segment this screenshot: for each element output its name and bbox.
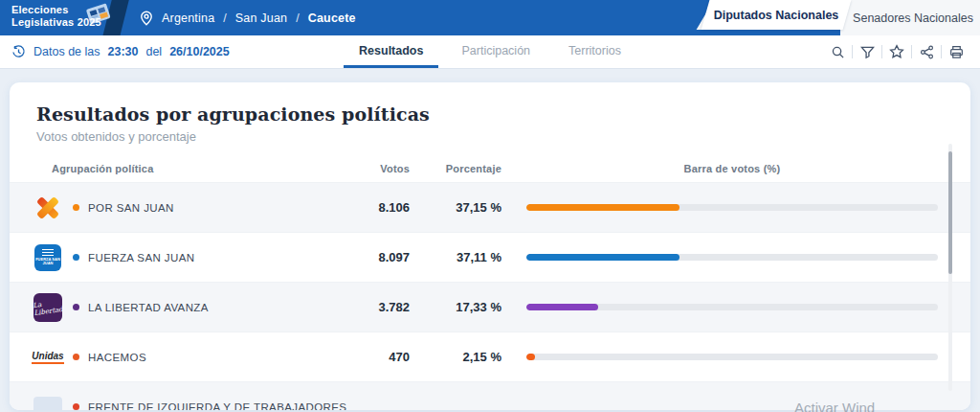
- location-pin-icon: [140, 11, 153, 26]
- results-rows: POR SAN JUAN 8.106 37,15 % FUERZA SAN JU…: [10, 182, 970, 410]
- vote-bar-track: [526, 254, 938, 261]
- share-icon[interactable]: [912, 41, 941, 62]
- table-row[interactable]: La Libertad LA LIBERTAD AVANZA 3.782 17,…: [10, 282, 970, 332]
- active-chamber-tab-underline: [632, 30, 840, 35]
- party-name: FRENTE DE IZQUIERDA Y DE TRABAJADORES: [88, 401, 346, 411]
- party-name-cell: POR SAN JUAN: [73, 202, 337, 214]
- filter-icon[interactable]: [853, 41, 881, 62]
- vote-bar-track: [526, 304, 938, 310]
- por-san-juan-x-logo: [33, 194, 62, 222]
- party-logo-cell: FUERZA SAN JUAN: [29, 244, 67, 271]
- percentage-value: 2,15 %: [410, 350, 501, 364]
- breadcrumb-separator: /: [296, 11, 299, 25]
- votes-value: 3.782: [337, 300, 410, 314]
- column-header-party: Agrupación política: [29, 163, 337, 174]
- star-icon[interactable]: [882, 41, 911, 62]
- breadcrumb-department[interactable]: Caucete: [308, 11, 356, 25]
- breadcrumb-country[interactable]: Argentina: [162, 11, 214, 25]
- votes-value: 470: [337, 350, 410, 364]
- vote-bar-track: [526, 204, 938, 211]
- top-header-bar: Elecciones Legislativas 2025: [0, 0, 980, 35]
- vote-bar-fill: [526, 304, 598, 310]
- party-name-cell: LA LIBERTAD AVANZA: [73, 302, 337, 313]
- percentage-value: 37,15 %: [410, 200, 501, 215]
- table-row[interactable]: FUERZA SAN JUAN FUERZA SAN JUAN 8.097 37…: [10, 232, 970, 282]
- windows-activation-watermark: Activar Wind: [794, 400, 875, 412]
- results-card: Resultados por agrupaciones políticas Vo…: [10, 82, 970, 410]
- card-header: Resultados por agrupaciones políticas Vo…: [10, 82, 970, 149]
- logo-line2: Legislativas 2025: [11, 16, 101, 29]
- elecciones-legislativas-logo[interactable]: Elecciones Legislativas 2025: [11, 4, 101, 29]
- hacemos-unidas-logo: Unidas: [32, 351, 63, 364]
- breadcrumb: Argentina / San Juan / Caucete: [140, 0, 356, 35]
- percentage-value: 37,11 %: [410, 250, 501, 264]
- party-name: LA LIBERTAD AVANZA: [88, 302, 209, 313]
- la-libertad-avanza-logo: La Libertad: [33, 293, 62, 322]
- party-name-cell: FRENTE DE IZQUIERDA Y DE TRABAJADORES: [73, 401, 337, 411]
- tab-territorios[interactable]: Territorios: [553, 35, 636, 68]
- party-bullet: [73, 204, 79, 211]
- party-bullet: [73, 304, 79, 310]
- party-logo-cell: [29, 397, 67, 411]
- party-name-cell: HACEMOS: [73, 352, 337, 363]
- sub-toolbar: Datos de las 23:30 del 26/10/2025 Result…: [0, 35, 980, 69]
- party-name: FUERZA SAN JUAN: [88, 252, 194, 263]
- column-header-votes: Votos: [337, 163, 410, 174]
- breadcrumb-province[interactable]: San Juan: [235, 11, 287, 25]
- vote-bar-fill: [526, 254, 679, 261]
- party-name: POR SAN JUAN: [88, 202, 174, 214]
- table-row[interactable]: POR SAN JUAN 8.106 37,15 %: [10, 182, 970, 232]
- tab-diputados-nacionales[interactable]: Diputados Nacionales: [705, 0, 847, 30]
- search-icon[interactable]: [823, 41, 852, 62]
- fit-logo-placeholder: [33, 397, 62, 411]
- toolbar-action-icons: [823, 35, 970, 68]
- party-logo-cell: Unidas: [29, 351, 67, 364]
- tab-resultados[interactable]: Resultados: [344, 35, 438, 68]
- elections-results-page: Elecciones Legislativas 2025: [0, 0, 980, 412]
- print-icon[interactable]: [942, 41, 970, 62]
- fuerza-san-juan-logo: FUERZA SAN JUAN: [34, 244, 61, 271]
- percentage-value: 17,33 %: [410, 300, 501, 314]
- votes-value: 8.097: [337, 250, 410, 264]
- party-bullet: [73, 403, 79, 410]
- party-bullet: [73, 354, 79, 360]
- party-name: HACEMOS: [88, 352, 146, 363]
- vote-bar-track: [526, 354, 938, 360]
- party-name-cell: FUERZA SAN JUAN: [73, 252, 337, 263]
- vote-bar-fill: [526, 354, 535, 360]
- logo-line1: Elecciones: [11, 4, 101, 16]
- party-logo-cell: La Libertad: [29, 293, 67, 322]
- table-row[interactable]: Unidas HACEMOS 470 2,15 %: [10, 332, 970, 381]
- party-logo-cell: [29, 194, 67, 222]
- tab-senadores-nacionales[interactable]: Senadores Nacionales: [850, 0, 976, 35]
- scrollbar-thumb[interactable]: [948, 151, 952, 274]
- results-table-header: Agrupación política Votos Porcentaje Bar…: [10, 149, 970, 182]
- page-title: Resultados por agrupaciones políticas: [36, 103, 944, 125]
- column-header-bar: Barra de votos (%): [526, 163, 938, 174]
- vote-bar-fill: [526, 204, 679, 211]
- tab-participacion[interactable]: Participación: [446, 35, 546, 68]
- breadcrumb-separator: /: [223, 11, 226, 25]
- tab-diputados-label: Diputados Nacionales: [705, 0, 847, 30]
- votes-value: 8.106: [337, 200, 410, 215]
- column-header-percentage: Porcentaje: [410, 163, 501, 174]
- party-bullet: [73, 254, 79, 261]
- page-subtitle: Votos obtenidos y porcentaje: [36, 129, 944, 144]
